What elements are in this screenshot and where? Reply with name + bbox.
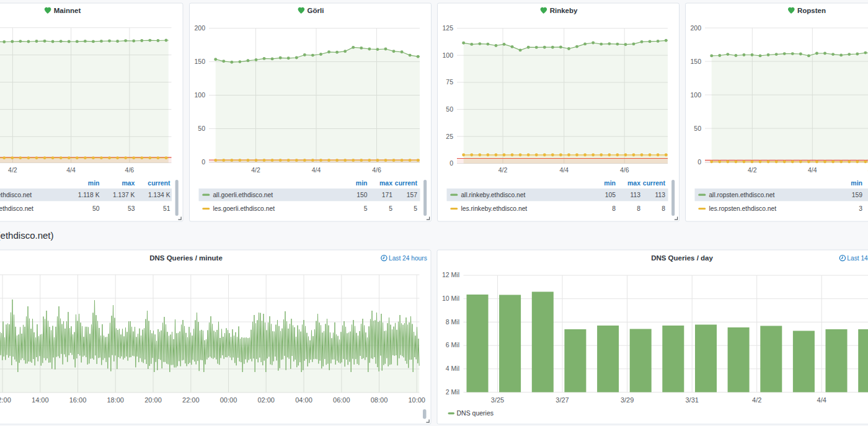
svg-text:157: 157 (407, 192, 417, 198)
svg-text:(ethdisco.net): (ethdisco.net) (0, 230, 54, 241)
svg-text:3/31: 3/31 (685, 396, 698, 404)
svg-text:4/4: 4/4 (808, 166, 817, 174)
svg-text:4/2: 4/2 (748, 166, 757, 174)
svg-text:Last 14 days: Last 14 days (847, 255, 868, 262)
svg-text:4/2: 4/2 (251, 166, 260, 174)
svg-text:100: 100 (690, 91, 701, 99)
svg-text:3/25: 3/25 (491, 396, 504, 404)
svg-text:200: 200 (194, 24, 205, 32)
svg-text:les.goerli.ethdisco.net: les.goerli.ethdisco.net (213, 205, 275, 212)
svg-text:20:00: 20:00 (144, 396, 162, 404)
svg-text:6 Mil: 6 Mil (446, 341, 459, 348)
svg-text:min: min (356, 179, 368, 187)
svg-text:4/2: 4/2 (498, 166, 508, 174)
svg-text:current: current (395, 179, 418, 187)
svg-text:Ropsten: Ropsten (797, 7, 826, 14)
svg-text:25: 25 (446, 133, 453, 140)
svg-text:all.ropsten.ethdisco.net: all.ropsten.ethdisco.net (709, 192, 774, 198)
svg-text:150: 150 (356, 192, 367, 198)
svg-text:4/4: 4/4 (66, 166, 76, 174)
svg-text:2 Mil: 2 Mil (446, 388, 459, 396)
svg-text:125: 125 (442, 24, 453, 32)
svg-text:4/6: 4/6 (372, 166, 381, 174)
svg-text:16:00: 16:00 (69, 396, 87, 404)
svg-text:113: 113 (655, 192, 666, 198)
svg-text:18:00: 18:00 (107, 396, 124, 404)
svg-text:10:00: 10:00 (408, 396, 425, 404)
svg-text:53: 53 (128, 205, 135, 212)
svg-text:max: max (379, 179, 392, 187)
svg-text:1.137 K: 1.137 K (113, 192, 135, 198)
svg-text:4/2: 4/2 (8, 166, 17, 174)
svg-text:171: 171 (382, 192, 392, 198)
svg-text:8 Mil: 8 Mil (446, 318, 459, 326)
svg-text:14:00: 14:00 (32, 396, 49, 404)
svg-text:les.rinkeby.ethdisco.net: les.rinkeby.ethdisco.net (461, 205, 527, 212)
svg-text:200: 200 (690, 24, 701, 32)
svg-text:8: 8 (637, 205, 640, 212)
svg-text:08:00: 08:00 (371, 396, 388, 404)
svg-text:Rinkeby: Rinkeby (550, 7, 578, 14)
svg-text:51: 51 (163, 205, 170, 212)
svg-text:04:00: 04:00 (295, 396, 312, 404)
svg-text:les.ropsten.ethdisco.net: les.ropsten.ethdisco.net (709, 205, 776, 212)
svg-text:8: 8 (662, 205, 665, 212)
svg-text:1.134 K: 1.134 K (148, 192, 170, 198)
svg-text:Last 24 hours: Last 24 hours (389, 255, 427, 262)
svg-text:50: 50 (694, 125, 701, 132)
svg-text:DNS queries: DNS queries (457, 409, 494, 417)
svg-text:4/2: 4/2 (752, 396, 761, 404)
svg-text:les.mainnet.ethdisco.net: les.mainnet.ethdisco.net (0, 205, 33, 212)
svg-text:75: 75 (446, 78, 453, 86)
svg-text:min: min (851, 179, 862, 187)
svg-text:DNS Queries / minute: DNS Queries / minute (149, 254, 223, 262)
svg-text:all.rinkeby.ethdisco.net: all.rinkeby.ethdisco.net (461, 192, 525, 198)
svg-text:50: 50 (198, 125, 205, 132)
svg-text:00:00: 00:00 (220, 396, 237, 404)
svg-text:5: 5 (364, 205, 368, 212)
svg-text:4/4: 4/4 (817, 396, 826, 404)
svg-text:4/6: 4/6 (125, 166, 135, 174)
svg-text:current: current (643, 179, 666, 187)
svg-text:12:00: 12:00 (0, 396, 11, 404)
svg-text:4/4: 4/4 (312, 166, 321, 174)
svg-text:22:00: 22:00 (182, 396, 200, 404)
svg-text:5: 5 (389, 205, 392, 212)
svg-text:100: 100 (442, 51, 453, 59)
svg-text:4 Mil: 4 Mil (446, 365, 459, 372)
svg-text:02:00: 02:00 (257, 396, 275, 404)
svg-text:10 Mil: 10 Mil (442, 295, 459, 302)
svg-text:Mainnet: Mainnet (54, 7, 81, 14)
svg-text:50: 50 (92, 205, 100, 212)
svg-text:3/29: 3/29 (621, 396, 634, 404)
svg-text:5: 5 (414, 205, 417, 212)
svg-text:50: 50 (446, 105, 453, 113)
svg-text:12 Mil: 12 Mil (442, 271, 459, 278)
svg-text:3: 3 (859, 205, 862, 212)
svg-text:max: max (627, 179, 640, 187)
svg-text:1.118 K: 1.118 K (78, 192, 100, 198)
svg-text:0: 0 (450, 159, 453, 167)
svg-text:Görli: Görli (308, 7, 324, 14)
svg-text:150: 150 (690, 58, 701, 65)
svg-text:159: 159 (852, 192, 862, 198)
svg-text:current: current (148, 179, 170, 187)
svg-text:113: 113 (631, 192, 641, 198)
svg-text:DNS Queries / day: DNS Queries / day (651, 254, 713, 262)
svg-text:min: min (604, 179, 616, 187)
svg-text:100: 100 (194, 91, 205, 99)
svg-text:0: 0 (202, 158, 205, 166)
svg-text:all.mainnet.ethdisco.net: all.mainnet.ethdisco.net (0, 192, 32, 198)
svg-text:3/27: 3/27 (556, 396, 569, 404)
svg-text:all.goerli.ethdisco.net: all.goerli.ethdisco.net (213, 192, 273, 198)
svg-text:0: 0 (698, 158, 701, 166)
svg-text:4/4: 4/4 (559, 166, 569, 174)
svg-text:06:00: 06:00 (333, 396, 350, 404)
svg-text:150: 150 (194, 58, 205, 65)
svg-text:8: 8 (612, 205, 616, 212)
svg-text:max: max (122, 179, 135, 187)
svg-text:105: 105 (605, 192, 616, 198)
svg-text:4/6: 4/6 (620, 166, 629, 174)
svg-text:min: min (88, 179, 100, 187)
